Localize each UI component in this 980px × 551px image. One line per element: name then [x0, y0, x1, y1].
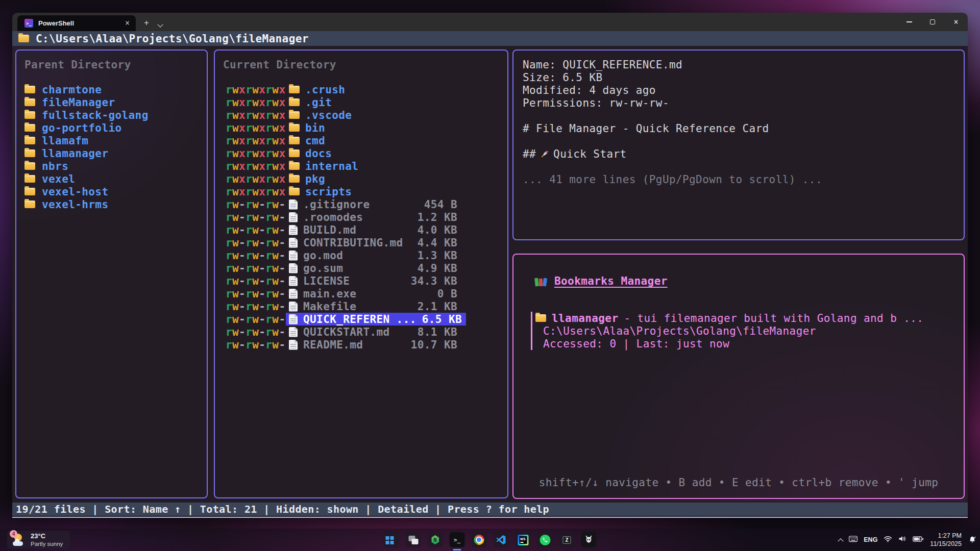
language-indicator[interactable]: ENG — [864, 536, 877, 543]
hollow-knight-icon — [584, 535, 594, 545]
folder-row[interactable]: vexel — [16, 172, 207, 185]
folder-row[interactable]: charmtone — [16, 83, 207, 96]
vscode-icon — [496, 535, 506, 545]
weather-temperature: 23°C — [31, 532, 63, 540]
tab-dropdown-button[interactable] — [158, 22, 162, 27]
row-content: cmd — [286, 134, 461, 147]
entry-name: README.md — [303, 339, 363, 351]
folder-row[interactable]: llamanager — [16, 147, 207, 160]
bookmark-item[interactable]: llamanager - tui filemanager built with … — [531, 312, 964, 350]
file-row[interactable]: rw-rw-rw-README.md10.7 KB — [215, 338, 507, 351]
entry-size: 1.3 KB — [418, 249, 457, 262]
folder-row[interactable]: vexel-hrms — [16, 198, 207, 211]
network-button[interactable] — [884, 535, 892, 544]
file-row[interactable]: rwxrwxrwxcmd — [215, 134, 507, 147]
task-view-button[interactable] — [406, 532, 421, 547]
weather-badge: 4 — [10, 530, 17, 538]
row-content: .crush — [286, 83, 461, 96]
file-row[interactable]: rw-rw-rw-Makefile2.1 KB — [215, 300, 507, 313]
taskbar-neovim[interactable]: N — [428, 532, 443, 547]
tray-expand-button[interactable] — [839, 538, 843, 542]
preview-line: Name: QUICK_REFERENCE.md — [523, 58, 964, 71]
file-row[interactable]: rw-rw-rw-.gitignore454 B — [215, 198, 507, 211]
row-content: go.sum4.9 KB — [286, 262, 461, 274]
taskbar-webstorm[interactable]: WS — [516, 532, 531, 547]
folder-row[interactable]: llamafm — [16, 134, 207, 147]
bookmarks-title: Bookmarks Manager — [534, 275, 964, 287]
wifi-icon — [884, 536, 892, 542]
file-row[interactable]: rwxrwxrwxinternal — [215, 160, 507, 172]
preview-line: Permissions: rw-rw-rw- — [523, 96, 964, 109]
path-bar: C:\Users\Alaa\Projects\Golang\fileManage… — [12, 31, 968, 46]
entry-name: scripts — [305, 186, 352, 198]
preview-line — [523, 135, 964, 147]
folder-icon — [24, 201, 35, 208]
folder-icon — [289, 149, 300, 157]
folder-icon — [24, 124, 35, 132]
folder-row[interactable]: fullstack-golang — [16, 109, 207, 121]
entry-name: go.sum — [303, 262, 343, 274]
folder-name: nbrs — [42, 160, 68, 172]
file-row[interactable]: rw-rw-rw-BUILD.md4.0 KB — [215, 223, 507, 236]
folder-row[interactable]: nbrs — [16, 160, 207, 172]
entry-name: main.exe — [303, 288, 356, 300]
taskbar-whatsapp[interactable] — [537, 532, 553, 547]
preview-line — [523, 160, 964, 173]
volume-icon — [898, 535, 906, 542]
start-button[interactable] — [384, 532, 399, 547]
permissions: rw-rw-rw- — [226, 249, 280, 262]
file-row[interactable]: rwxrwxrwxscripts — [215, 185, 507, 198]
row-content: main.exe0 B — [286, 287, 461, 300]
minimize-button[interactable] — [897, 13, 921, 31]
permissions: rw-rw-rw- — [226, 313, 280, 325]
touch-keyboard-button[interactable] — [849, 535, 857, 544]
file-row[interactable]: rwxrwxrwx.git — [215, 96, 507, 109]
close-button[interactable]: × — [944, 13, 968, 31]
weather-widget[interactable]: 4 23°C Partly sunny — [7, 531, 70, 549]
file-row[interactable]: rw-rw-rw-main.exe0 B — [215, 287, 507, 300]
tray-date: 11/15/2025 — [930, 540, 962, 548]
battery-button[interactable] — [913, 535, 924, 544]
folder-row[interactable]: vexel-host — [16, 185, 207, 198]
taskbar-hollow-knight[interactable] — [581, 532, 597, 547]
file-row[interactable]: rw-rw-rw-.roomodes1.2 KB — [215, 211, 507, 223]
file-icon — [289, 327, 298, 337]
entry-size: 8.1 KB — [418, 326, 457, 338]
folder-row[interactable]: go-portfolio — [16, 121, 207, 134]
current-file-list: rwxrwxrwx.crushrwxrwxrwx.gitrwxrwxrwx.vs… — [215, 83, 507, 351]
taskbar-chrome[interactable] — [472, 532, 487, 547]
file-row[interactable]: rw-rw-rw-go.sum4.9 KB — [215, 262, 507, 274]
tab-close-icon[interactable]: × — [125, 19, 130, 27]
file-row[interactable]: rwxrwxrwx.vscode — [215, 109, 507, 121]
folder-name: fileManager — [42, 96, 115, 109]
terminal-window: >_ PowerShell × + × C:\Users\Alaa\Projec… — [12, 13, 968, 518]
file-row[interactable]: rw-rw-rw-QUICK_REFEREN ...6.5 KB — [215, 313, 507, 325]
file-row[interactable]: rw-rw-rw-LICENSE34.3 KB — [215, 274, 507, 287]
bookmark-meta: Accessed: 0 | Last: just now — [532, 337, 964, 350]
file-row[interactable]: rw-rw-rw-QUICKSTART.md8.1 KB — [215, 325, 507, 338]
entry-name: .git — [305, 96, 332, 109]
notification-button[interactable]: z — [968, 535, 977, 544]
system-tray: ENG 1:27 PM — [839, 529, 977, 551]
maximize-button[interactable] — [921, 13, 944, 31]
row-content: .roomodes1.2 KB — [286, 211, 461, 223]
permissions: rwxrwxrwx — [226, 173, 280, 185]
taskbar-terminal[interactable]: >_ — [450, 532, 465, 547]
file-row[interactable]: rwxrwxrwxbin — [215, 121, 507, 134]
file-row[interactable]: rw-rw-rw-CONTRIBUTING.md4.4 KB — [215, 236, 507, 249]
taskbar-zed[interactable]: Z — [559, 532, 575, 547]
tray-clock[interactable]: 1:27 PM 11/15/2025 — [930, 532, 962, 548]
entry-name: pkg — [305, 173, 325, 185]
folder-row[interactable]: fileManager — [16, 96, 207, 109]
folder-icon — [289, 86, 300, 93]
tab-powershell[interactable]: >_ PowerShell × — [17, 15, 136, 31]
file-row[interactable]: rwxrwxrwxpkg — [215, 172, 507, 185]
preview-line: Modified: 4 days ago — [523, 84, 964, 96]
file-row[interactable]: rw-rw-rw-go.mod1.3 KB — [215, 249, 507, 262]
file-row[interactable]: rwxrwxrwxdocs — [215, 147, 507, 160]
parent-directory-panel: Parent Directory charmtonefileManagerful… — [15, 49, 208, 498]
new-tab-button[interactable]: + — [144, 18, 149, 28]
file-row[interactable]: rwxrwxrwx.crush — [215, 83, 507, 96]
volume-button[interactable] — [898, 535, 906, 544]
taskbar-vscode[interactable] — [494, 532, 509, 547]
